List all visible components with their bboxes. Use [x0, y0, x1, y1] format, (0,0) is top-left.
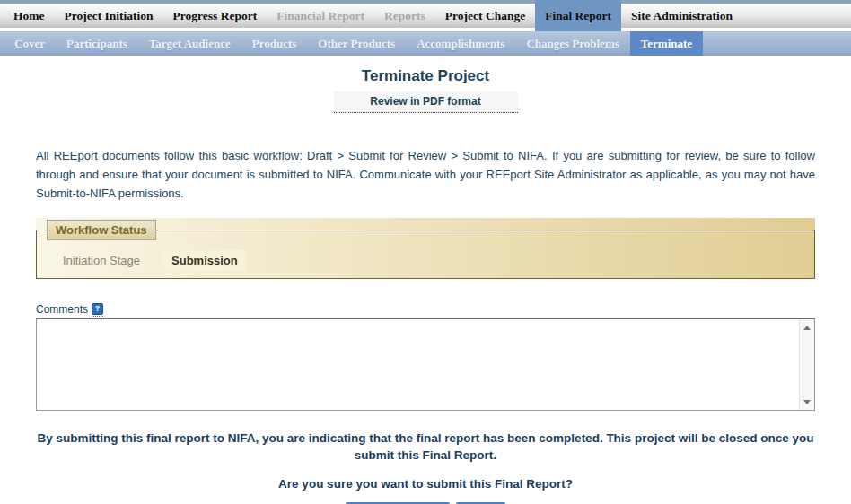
subnav-products[interactable]: Products	[241, 31, 308, 56]
nav-project-change[interactable]: Project Change	[435, 4, 535, 28]
subnav-other-products[interactable]: Other Products	[307, 31, 406, 56]
nav-financial-report[interactable]: Financial Report	[267, 4, 374, 28]
page-title: Terminate Project	[0, 67, 851, 85]
workflow-note-text: All REEport documents follow this basic …	[36, 146, 815, 203]
main-content: Terminate Project Review in PDF format A…	[0, 67, 851, 504]
workflow-stages: Initiation Stage Submission	[63, 250, 246, 271]
stage-submission[interactable]: Submission	[163, 250, 246, 271]
comments-field-frame	[36, 318, 815, 411]
subnav-terminate[interactable]: Terminate	[630, 31, 703, 56]
nav-final-report[interactable]: Final Report	[535, 0, 621, 31]
comments-textarea[interactable]	[37, 319, 799, 410]
scroll-up-icon	[803, 326, 811, 330]
final-report-subnav: Cover Participants Target Audience Produ…	[0, 31, 851, 56]
nav-home[interactable]: Home	[4, 4, 55, 28]
main-nav: Home Project Initiation Progress Report …	[0, 4, 851, 28]
nav-project-initiation[interactable]: Project Initiation	[55, 4, 163, 28]
subnav-accomplishments[interactable]: Accomplishments	[406, 31, 515, 56]
workflow-status-legend: Workflow Status	[47, 220, 156, 240]
comments-help: ?	[92, 303, 103, 317]
comments-label: Comments	[36, 303, 88, 316]
scroll-down-button[interactable]	[800, 395, 814, 409]
comments-label-row: Comments ?	[36, 303, 815, 317]
workflow-status-box: Workflow Status Initiation Stage Submiss…	[36, 218, 815, 279]
help-icon[interactable]: ?	[92, 303, 103, 315]
review-pdf-button[interactable]: Review in PDF format	[334, 91, 518, 113]
nav-site-administration[interactable]: Site Administration	[621, 4, 742, 28]
subnav-target-audience[interactable]: Target Audience	[138, 31, 241, 56]
subnav-cover[interactable]: Cover	[4, 31, 56, 56]
scroll-down-icon	[803, 400, 811, 404]
nav-progress-report[interactable]: Progress Report	[163, 4, 268, 28]
nav-reports[interactable]: Reports	[374, 4, 435, 28]
comments-scrollbar[interactable]	[799, 319, 814, 410]
subnav-changes-problems[interactable]: Changes Problems	[515, 31, 629, 56]
scroll-up-button[interactable]	[800, 320, 814, 335]
subnav-participants[interactable]: Participants	[56, 31, 138, 56]
submit-confirmation-statement: By submitting this final report to NIFA,…	[23, 430, 828, 464]
stage-initiation[interactable]: Initiation Stage	[63, 254, 140, 267]
submit-confirmation-question: Are you sure you want to submit this Fin…	[0, 477, 851, 491]
